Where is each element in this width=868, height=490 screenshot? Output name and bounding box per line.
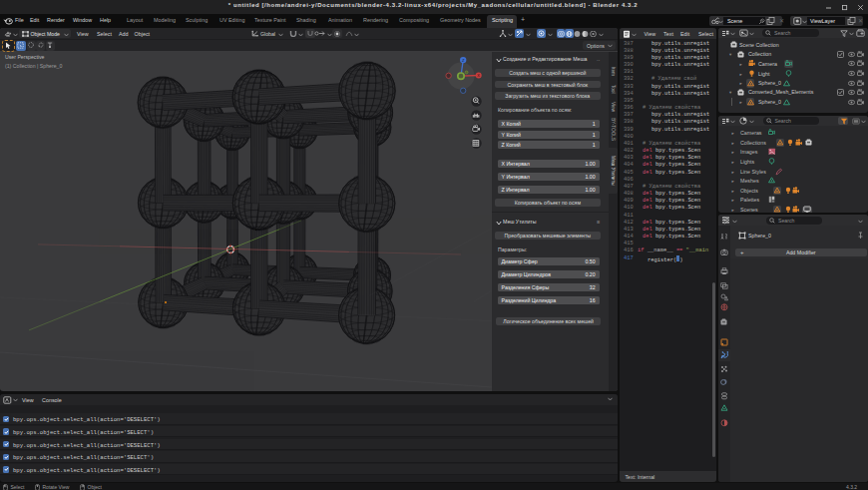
svg-text:X: X [477,73,480,78]
